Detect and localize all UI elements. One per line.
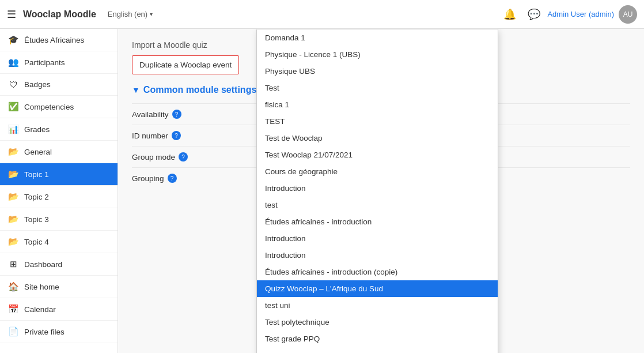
body: 🎓 Études Africaines 👥 Participants 🛡 Bad… [0,29,644,353]
dropdown-item-intro1[interactable]: Introduction [257,180,498,197]
dropdown-item-fisica1[interactable]: fisica 1 [257,96,498,113]
form-label-text-groupmode: Group mode [132,153,175,162]
sidebar-item-label: Participants [24,58,65,67]
form-label-text-idnumber: ID number [132,132,168,140]
wooclap-event-dropdown[interactable]: Domanda 1Physique - Licence 1 (UBS)Physi… [256,29,498,353]
dropdown-item-intro3[interactable]: Introduction [257,247,498,264]
avatar: AU [619,5,637,24]
form-label-idnumber: ID number ? [132,131,213,140]
sidebar-item-label: Topic 1 [24,170,49,179]
sidebar-item-label: Grades [24,125,50,134]
dropdown-item-cours_geo[interactable]: Cours de géographie [257,163,498,180]
help-icon-availability[interactable]: ? [172,110,181,119]
hamburger-icon[interactable]: ☰ [7,8,16,21]
form-label-text-grouping: Grouping [132,174,164,183]
participants-icon: 👥 [8,57,18,67]
dropdown-item-test_lower[interactable]: test [257,197,498,213]
form-label-groupmode: Group mode ? [132,152,213,162]
sidebar-item-participants[interactable]: 👥 Participants [0,51,118,74]
sidebar-item-dashboard[interactable]: ⊞ Dashboard [0,253,118,276]
dropdown-item-test_grade_ppq[interactable]: Test grade PPQ [257,331,498,347]
sidebar-item-badges[interactable]: 🛡 Badges [0,74,118,96]
sidebar-item-label: Topic 3 [24,215,49,224]
competencies-icon: ✅ [8,102,18,112]
grades-icon: 📊 [8,124,18,134]
sidebar-item-general[interactable]: 📂 General [0,141,118,163]
etudes-icon: 🎓 [8,35,18,45]
app-logo: Wooclap Moodle [23,9,96,20]
dropdown-item-test1[interactable]: Test [257,80,498,96]
sidebar-item-privatefiles[interactable]: 📄 Private files [0,321,118,343]
message-icon[interactable]: 💬 [528,8,540,21]
sidebar-item-label: Topic 2 [24,193,49,201]
dropdown-item-etudes_intro[interactable]: Études africaines - introduction [257,213,498,230]
sidebar-item-sitehome[interactable]: 🏠 Site home [0,276,118,298]
dashboard-icon: ⊞ [8,259,18,269]
dropdown-item-test_wooclap_21[interactable]: Test Wooclap 21/07/2021 [257,147,498,163]
privatefiles-icon: 📄 [8,326,18,337]
dropdown-item-physique_ubs[interactable]: Physique UBS [257,63,498,80]
topic2-icon: 📂 [8,191,18,202]
sidebar-item-label: Calendar [24,305,56,314]
form-label-grouping: Grouping ? [132,174,213,183]
sidebar-item-etudes[interactable]: 🎓 Études Africaines [0,29,118,51]
sidebar-item-label: Dashboard [24,260,62,269]
duplicate-box[interactable]: Duplicate a Wooclap event [132,55,239,74]
calendar-icon: 📅 [8,304,18,314]
sidebar-item-label: Badges [24,80,51,89]
form-label-text-availability: Availability [132,110,169,119]
sidebar-item-grades[interactable]: 📊 Grades [0,118,118,141]
dropdown-item-test_uni[interactable]: test uni [257,297,498,314]
dropdown-item-domanda1[interactable]: Domanda 1 [257,29,498,46]
dropdown-item-prue[interactable]: Prue [257,347,498,353]
dropdown-item-test_wooclap[interactable]: Test de Wooclap [257,130,498,147]
sidebar-item-topic3[interactable]: 📂 Topic 3 [0,208,118,231]
language-arrow: ▾ [150,11,153,17]
sidebar-item-label: Competencies [24,103,74,111]
sidebar: 🎓 Études Africaines 👥 Participants 🛡 Bad… [0,29,118,353]
badges-icon: 🛡 [8,80,18,89]
sidebar-item-topic4[interactable]: 📂 Topic 4 [0,231,118,253]
dropdown-item-etudes_intro_copie[interactable]: Études africaines - introduction (copie) [257,264,498,280]
header: ☰ Wooclap Moodle English (en) ▾ 🔔 💬 Admi… [0,0,644,29]
user-menu[interactable]: Admin User (admin) AU [547,5,637,24]
sitehome-icon: 🏠 [8,281,18,292]
help-icon-groupmode[interactable]: ? [179,152,188,162]
common-module-title: Common module settings [143,85,256,95]
sidebar-item-topic1[interactable]: 📂 Topic 1 [0,163,118,186]
dropdown-item-quizz_afrique[interactable]: Quizz Wooclap – L'Afrique du Sud [257,280,498,297]
general-icon: 📂 [8,147,18,157]
topic3-icon: 📂 [8,214,18,224]
form-label-availability: Availability ? [132,110,213,119]
user-name: Admin User (admin) [547,10,614,18]
sidebar-item-calendar[interactable]: 📅 Calendar [0,298,118,321]
topic1-icon: 📂 [8,169,18,179]
language-selector[interactable]: English (en) ▾ [108,10,153,18]
sidebar-item-label: Private files [24,328,65,336]
dropdown-item-intro2[interactable]: Introduction [257,230,498,247]
dropdown-item-test_upper[interactable]: TEST [257,113,498,130]
collapse-icon[interactable]: ▼ [132,85,140,95]
bell-icon[interactable]: 🔔 [503,8,516,21]
dropdown-item-physique_licence[interactable]: Physique - Licence 1 (UBS) [257,46,498,63]
language-label: English (en) [108,10,147,18]
main-content: Import a Moodle quiz Duplicate a Wooclap… [118,29,644,353]
topic4-icon: 📂 [8,236,18,247]
dropdown-item-test_polytechnique[interactable]: Test polytechnique [257,314,498,331]
help-icon-grouping[interactable]: ? [168,174,177,183]
sidebar-item-label: General [24,148,52,156]
sidebar-item-topic2[interactable]: 📂 Topic 2 [0,186,118,208]
help-icon-idnumber[interactable]: ? [172,131,181,140]
sidebar-item-label: Topic 4 [24,238,49,246]
sidebar-item-label: Études Africaines [24,36,84,44]
sidebar-item-competencies[interactable]: ✅ Competencies [0,96,118,118]
sidebar-item-label: Site home [24,283,59,291]
